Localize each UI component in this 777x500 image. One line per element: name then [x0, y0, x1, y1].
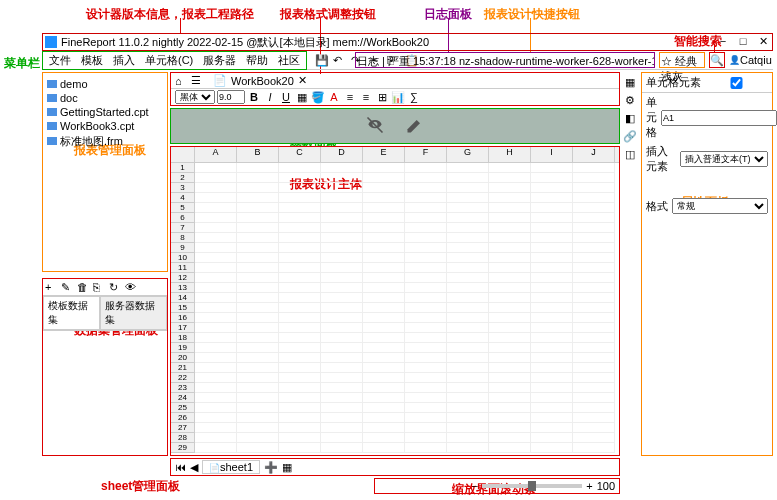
cell[interactable]	[237, 303, 279, 313]
select-all-corner[interactable]	[171, 147, 195, 162]
cell[interactable]	[447, 433, 489, 443]
cell[interactable]	[489, 243, 531, 253]
cell[interactable]	[405, 313, 447, 323]
cell[interactable]	[321, 163, 363, 173]
cell[interactable]	[447, 213, 489, 223]
col-header[interactable]: J	[573, 147, 615, 162]
cell[interactable]	[405, 423, 447, 433]
cell[interactable]	[237, 273, 279, 283]
cell[interactable]	[573, 293, 615, 303]
cell[interactable]	[321, 403, 363, 413]
cell[interactable]	[279, 373, 321, 383]
cell[interactable]	[489, 163, 531, 173]
row-header[interactable]: 17	[171, 323, 195, 333]
cell[interactable]	[363, 253, 405, 263]
row-header[interactable]: 29	[171, 443, 195, 453]
cell[interactable]	[321, 433, 363, 443]
cell[interactable]	[447, 393, 489, 403]
cell[interactable]	[573, 223, 615, 233]
cell[interactable]	[363, 223, 405, 233]
cell[interactable]	[279, 283, 321, 293]
minimize-button[interactable]: −	[717, 35, 729, 47]
underline-button[interactable]: U	[279, 90, 293, 104]
cell[interactable]	[237, 213, 279, 223]
cell[interactable]	[447, 343, 489, 353]
cell[interactable]	[237, 423, 279, 433]
cell[interactable]	[489, 403, 531, 413]
cell[interactable]	[405, 383, 447, 393]
cell[interactable]	[195, 263, 237, 273]
cell[interactable]	[279, 413, 321, 423]
cell[interactable]	[531, 303, 573, 313]
cell[interactable]	[405, 443, 447, 453]
row-header[interactable]: 13	[171, 283, 195, 293]
cell[interactable]	[573, 233, 615, 243]
cell[interactable]	[405, 393, 447, 403]
font-family-select[interactable]: 黑体	[175, 90, 215, 104]
row-header[interactable]: 1	[171, 163, 195, 173]
cell[interactable]	[405, 193, 447, 203]
cell[interactable]	[573, 413, 615, 423]
cell[interactable]	[531, 273, 573, 283]
row-header[interactable]: 21	[171, 363, 195, 373]
cell[interactable]	[363, 353, 405, 363]
cell[interactable]	[363, 433, 405, 443]
cell[interactable]	[279, 363, 321, 373]
cell[interactable]	[279, 353, 321, 363]
condition-icon[interactable]: ◧	[622, 110, 638, 126]
cell[interactable]	[363, 273, 405, 283]
preview-icon[interactable]: 👁	[125, 281, 137, 293]
cell[interactable]	[489, 173, 531, 183]
cell[interactable]	[573, 383, 615, 393]
menu-server[interactable]: 服务器	[199, 52, 240, 69]
cell[interactable]	[195, 283, 237, 293]
copy-icon[interactable]: ⎘	[93, 281, 105, 293]
cell[interactable]	[237, 383, 279, 393]
cell[interactable]	[531, 333, 573, 343]
cell[interactable]	[195, 213, 237, 223]
cell[interactable]	[279, 303, 321, 313]
cell[interactable]	[237, 363, 279, 373]
cell[interactable]	[573, 313, 615, 323]
cell[interactable]	[405, 233, 447, 243]
row-header[interactable]: 12	[171, 273, 195, 283]
cell[interactable]	[489, 293, 531, 303]
cell[interactable]	[447, 313, 489, 323]
widget-icon[interactable]: ◫	[622, 146, 638, 162]
cell[interactable]	[363, 393, 405, 403]
cell[interactable]	[573, 393, 615, 403]
cell[interactable]	[321, 193, 363, 203]
cell[interactable]	[279, 433, 321, 443]
cell[interactable]	[531, 233, 573, 243]
cell[interactable]	[573, 263, 615, 273]
home-icon[interactable]: ⌂	[175, 75, 187, 87]
cell[interactable]	[405, 343, 447, 353]
refresh-icon[interactable]: ↻	[109, 281, 121, 293]
row-header[interactable]: 27	[171, 423, 195, 433]
cell[interactable]	[489, 263, 531, 273]
cell[interactable]	[195, 363, 237, 373]
cell[interactable]	[573, 353, 615, 363]
zoom-thumb[interactable]	[528, 481, 536, 491]
cell[interactable]	[321, 333, 363, 343]
cell[interactable]	[279, 243, 321, 253]
row-header[interactable]: 25	[171, 403, 195, 413]
cell[interactable]	[573, 433, 615, 443]
document-tab[interactable]: 📄WorkBook20✕	[207, 74, 313, 87]
cell[interactable]	[405, 293, 447, 303]
cell[interactable]	[573, 173, 615, 183]
cell[interactable]	[405, 413, 447, 423]
cell[interactable]	[489, 443, 531, 453]
cell[interactable]	[363, 363, 405, 373]
cell[interactable]	[237, 233, 279, 243]
cell[interactable]	[237, 283, 279, 293]
cell[interactable]	[447, 203, 489, 213]
border-button[interactable]: ▦	[295, 90, 309, 104]
row-header[interactable]: 24	[171, 393, 195, 403]
cell[interactable]	[321, 243, 363, 253]
cell[interactable]	[405, 183, 447, 193]
prev-sheet-icon[interactable]: ◀	[190, 461, 198, 474]
align-center-button[interactable]: ≡	[359, 90, 373, 104]
cell[interactable]	[489, 393, 531, 403]
cell[interactable]	[363, 383, 405, 393]
